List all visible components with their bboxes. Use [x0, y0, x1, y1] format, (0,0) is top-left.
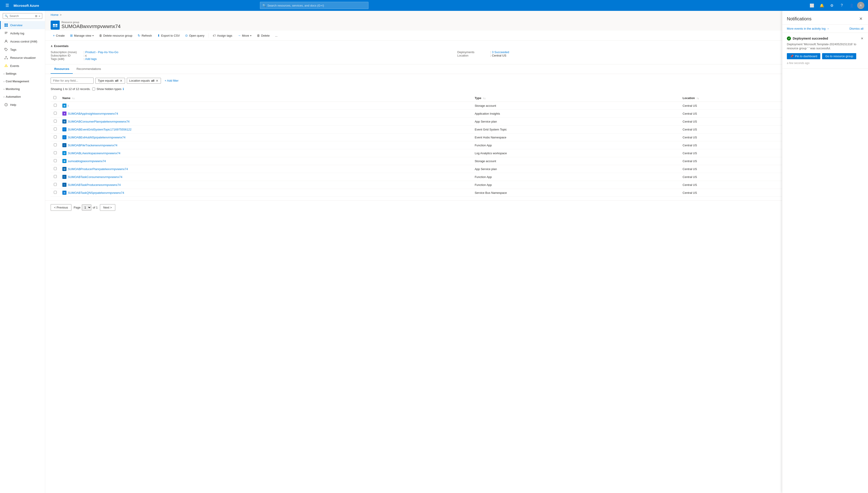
global-search-input[interactable]: [267, 4, 366, 7]
table-header-type[interactable]: Type ↑↓: [472, 94, 680, 102]
subscription-link[interactable]: Product - Pay-As-You-Go: [85, 50, 118, 54]
tab-resources[interactable]: Resources: [51, 64, 73, 74]
sidebar-section-automation[interactable]: › Automation: [0, 93, 45, 101]
refresh-button[interactable]: ↻ Refresh: [135, 33, 154, 39]
pin-to-dashboard-button[interactable]: 📌 Pin to dashboard: [787, 53, 820, 59]
sidebar-section-monitoring[interactable]: › Monitoring: [0, 85, 45, 93]
show-hidden-info-icon: ℹ: [123, 87, 124, 91]
resources-section: Type equals all ✕ Location equals all ✕ …: [45, 74, 868, 200]
manage-view-button[interactable]: ⊞ Manage view ▾: [68, 33, 96, 39]
row-checkbox-9[interactable]: [54, 175, 57, 178]
row-checkbox-2[interactable]: [54, 120, 57, 123]
sidebar-search-expand-icon[interactable]: ⊞: [35, 15, 37, 18]
user-avatar[interactable]: A: [857, 2, 864, 9]
main-layout: 🔍 ⊞ « Overview Activity log Access contr…: [0, 11, 868, 493]
global-search-bar[interactable]: 🔍: [260, 2, 369, 9]
row-checkbox-3[interactable]: [54, 128, 57, 130]
assign-tags-button[interactable]: 🏷 Assign tags: [210, 33, 235, 39]
export-csv-button[interactable]: ⬇ Export to CSV: [155, 33, 182, 39]
sidebar-collapse-icon[interactable]: «: [39, 15, 40, 18]
page-number-select[interactable]: 1: [82, 205, 91, 211]
add-filter-button[interactable]: + Add filter: [163, 78, 180, 83]
resource-link-5[interactable]: ⟨⟩ SUMOABFileTrackerwxvrmpvwwnx74: [62, 143, 469, 147]
sidebar-section-cost-management[interactable]: › Cost Management: [0, 78, 45, 85]
resource-icon-3: ⬡: [62, 127, 66, 131]
bell-icon[interactable]: 🔔: [817, 1, 826, 10]
go-to-resource-group-button[interactable]: Go to resource group: [822, 53, 856, 59]
row-checkbox-0[interactable]: [54, 104, 57, 107]
row-checkbox-10[interactable]: [54, 183, 57, 186]
azure-logo: Microsoft Azure: [14, 4, 39, 7]
hamburger-menu-button[interactable]: ☰: [4, 1, 11, 10]
overview-icon: [4, 23, 8, 27]
resource-icon-5: ⟨⟩: [62, 143, 66, 147]
show-hidden-types-checkbox[interactable]: [92, 87, 95, 90]
delete-icon: 🗑: [257, 34, 260, 37]
deployments-link[interactable]: 3 Succeeded: [492, 50, 509, 54]
row-checkbox-8[interactable]: [54, 167, 57, 170]
notifications-title: Notifications: [787, 16, 811, 21]
resource-link-8[interactable]: ▤ SUMOABProducerPlanrpatelwxvrmpvwwnx74: [62, 167, 469, 171]
row-checkbox-col-11: [51, 189, 60, 197]
filter-location-remove-button[interactable]: ✕: [156, 79, 158, 83]
sidebar-item-tags[interactable]: Tags: [0, 45, 45, 53]
sidebar-item-activity-log[interactable]: Activity log: [0, 29, 45, 37]
resource-link-3[interactable]: ⬡ SUMOABEventGridSystemTopic171697555612…: [62, 127, 469, 131]
resource-link-7[interactable]: ▦ sumoablogswxvrmpvwwnx74: [62, 159, 469, 163]
resource-link-2[interactable]: ▤ SUMOABConsumerPlanrpatelwxvrmpvwwnx74: [62, 120, 469, 124]
select-all-checkbox[interactable]: [53, 96, 56, 99]
svg-rect-1: [6, 23, 8, 25]
notifications-close-button[interactable]: ✕: [858, 15, 864, 22]
help-icon[interactable]: ?: [837, 1, 846, 10]
open-query-button[interactable]: ⊙ Open query: [183, 33, 207, 39]
row-checkbox-6[interactable]: [54, 151, 57, 154]
query-icon: ⊙: [185, 34, 188, 37]
resource-icon-4: ⬡: [62, 135, 66, 139]
settings-icon[interactable]: ⚙: [827, 1, 836, 10]
sidebar-item-help[interactable]: ? Help: [0, 101, 45, 109]
essentials-collapse-icon[interactable]: ∧: [51, 45, 53, 48]
row-checkbox-5[interactable]: [54, 143, 57, 146]
sidebar-item-access-control[interactable]: Access control (IAM): [0, 37, 45, 45]
next-page-button[interactable]: Next >: [100, 204, 115, 211]
row-checkbox-1[interactable]: [54, 112, 57, 115]
resource-link-9[interactable]: ⟨⟩ SUMOABTaskConsumerwxvrmpvwwnx74: [62, 175, 469, 179]
sidebar-search-icon: 🔍: [5, 15, 8, 18]
filter-type-remove-button[interactable]: ✕: [120, 79, 123, 83]
notification-close-button-0[interactable]: ✕: [861, 37, 864, 40]
resource-link-0[interactable]: ▦ i: [62, 104, 469, 108]
more-events-link[interactable]: More events in the activity log →: [787, 27, 829, 30]
delete-button[interactable]: 🗑 Delete: [254, 33, 272, 39]
more-button[interactable]: ...: [273, 33, 280, 39]
resource-link-10[interactable]: ⟨⟩ SUMOABTaskProducerwxvrmpvwwnx74: [62, 183, 469, 187]
row-checkbox-4[interactable]: [54, 135, 57, 138]
table-header-name[interactable]: Name ↑↓: [60, 94, 472, 102]
create-button[interactable]: + Create: [51, 33, 67, 39]
dismiss-all-button[interactable]: Dismiss all: [849, 27, 864, 30]
row-checkbox-11[interactable]: [54, 191, 57, 194]
add-tags-link[interactable]: Add tags: [85, 57, 97, 61]
sidebar-search-input[interactable]: [9, 14, 34, 18]
previous-page-button[interactable]: < Previous: [51, 204, 71, 211]
sidebar-item-resource-visualizer[interactable]: Resource visualizer: [0, 53, 45, 62]
breadcrumb-home[interactable]: Home: [51, 13, 59, 17]
sidebar-section-settings[interactable]: › Settings: [0, 70, 45, 78]
sidebar-item-events[interactable]: Events: [0, 62, 45, 70]
row-checkbox-7[interactable]: [54, 159, 57, 162]
resource-link-4[interactable]: ⬡ SUMOABEvtHubNSprpatelwxvrmpvwwnx74: [62, 135, 469, 139]
essentials-col-left: Subscription (move) : Product - Pay-As-Y…: [51, 50, 456, 61]
filter-input[interactable]: [51, 78, 94, 84]
tab-recommendations[interactable]: Recommendations: [73, 64, 105, 74]
user-icon[interactable]: 👤: [847, 1, 856, 10]
sidebar-item-label-overview: Overview: [10, 23, 22, 27]
move-button[interactable]: → Move ▾: [236, 33, 254, 39]
resource-link-6[interactable]: ▨ SUMOABLAworkspacewxvrmpvwwnx74: [62, 151, 469, 155]
row-type-2: App Service plan: [472, 117, 680, 126]
resource-link-11[interactable]: ▤ SUMOABTaskQNSprpatelwxvrmpvwwnx74: [62, 191, 469, 195]
delete-rg-button[interactable]: 🗑 Delete resource group: [97, 33, 135, 39]
screen-icon[interactable]: ⬜: [807, 1, 817, 10]
resource-link-1[interactable]: ◈ SUMOABAppInsightswxvrmpvwwnx74: [62, 111, 469, 115]
assign-tags-icon: 🏷: [213, 34, 216, 37]
sidebar-item-overview[interactable]: Overview: [0, 21, 45, 29]
row-name-9: ⟨⟩ SUMOABTaskConsumerwxvrmpvwwnx74: [60, 173, 472, 181]
